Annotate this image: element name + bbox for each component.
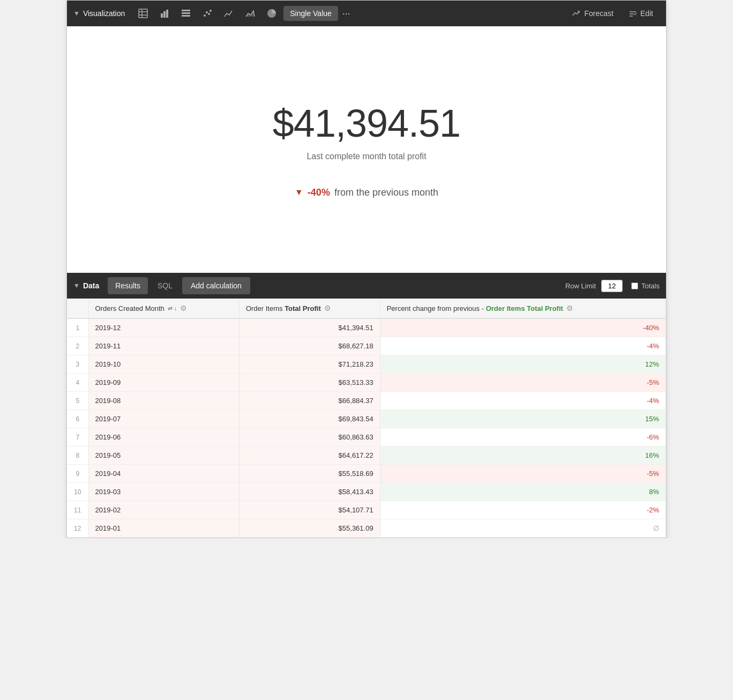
row-number-cell: 3: [67, 355, 88, 374]
area-chart-icon: [245, 8, 256, 19]
pct-cell: -5%: [380, 465, 665, 483]
row-number-cell: 4: [67, 374, 88, 392]
visualization-area: $41,394.51 Last complete month total pro…: [67, 26, 666, 273]
total-profit-header: Order Items Total Profit ⚙: [239, 299, 380, 318]
pie-chart-icon: [266, 8, 277, 19]
line-chart-icon: [223, 8, 234, 19]
sort-filter-icon[interactable]: ⇌ ↓: [168, 305, 177, 312]
chevron-down-icon: ▼: [73, 10, 80, 17]
comparison-percentage: -40%: [308, 187, 330, 198]
pct-cell: ∅: [380, 519, 665, 538]
column-settings-icon-2[interactable]: ⚙: [324, 304, 331, 312]
scatter-button[interactable]: [198, 5, 217, 22]
add-calculation-button[interactable]: Add calculation: [182, 277, 250, 294]
table-row: 102019-03$58,413.438%: [67, 483, 666, 501]
profit-cell: $55,361.09: [239, 519, 380, 538]
table-body: 12019-12$41,394.51-40%22019-11$68,627.18…: [67, 318, 666, 538]
table-view-button[interactable]: [133, 5, 153, 22]
data-table: Orders Created Month ⇌ ↓ ⚙ Order Items T…: [67, 299, 666, 538]
profit-cell: $64,617.22: [239, 446, 380, 465]
svg-point-11: [206, 11, 208, 13]
month-cell: 2019-08: [88, 392, 239, 410]
line-chart-button[interactable]: [219, 5, 238, 22]
row-number-cell: 5: [67, 392, 88, 410]
svg-rect-8: [182, 12, 190, 14]
comparison-row: ▼ -40% from the previous month: [295, 187, 438, 198]
svg-rect-0: [139, 9, 147, 18]
row-number-cell: 6: [67, 410, 88, 428]
month-cell: 2019-02: [88, 501, 239, 519]
table-row: 82019-05$64,617.2216%: [67, 446, 666, 465]
pct-cell: -4%: [380, 392, 665, 410]
sql-tab[interactable]: SQL: [150, 277, 180, 294]
table-icon: [138, 8, 148, 19]
table-row: 42019-09$63,513.33-5%: [67, 374, 666, 392]
row-number-cell: 10: [67, 483, 88, 501]
single-value-label: Single Value: [290, 9, 332, 18]
row-limit-input[interactable]: [601, 280, 623, 292]
profit-cell: $71,218.23: [239, 355, 380, 374]
pct-cell: 8%: [380, 483, 665, 501]
pct-cell: 15%: [380, 410, 665, 428]
totals-checkbox-label[interactable]: Totals: [631, 282, 660, 290]
row-number-cell: 9: [67, 465, 88, 483]
edit-button[interactable]: Edit: [622, 6, 660, 21]
column-settings-icon-3[interactable]: ⚙: [566, 304, 573, 312]
pct-cell: -6%: [380, 428, 665, 446]
visualization-title: ▼ Visualization: [73, 9, 125, 18]
area-chart-button[interactable]: [241, 5, 260, 22]
pie-chart-button[interactable]: [262, 5, 281, 22]
svg-rect-7: [182, 10, 190, 11]
edit-icon: [629, 9, 637, 18]
svg-rect-9: [182, 15, 190, 17]
profit-cell: $55,518.69: [239, 465, 380, 483]
profit-cell: $66,884.37: [239, 392, 380, 410]
data-table-container: Orders Created Month ⇌ ↓ ⚙ Order Items T…: [67, 299, 666, 538]
list-view-button[interactable]: [176, 5, 196, 22]
row-number-cell: 1: [67, 318, 88, 337]
table-row: 32019-10$71,218.2312%: [67, 355, 666, 374]
month-cell: 2019-04: [88, 465, 239, 483]
single-value-display: $41,394.51: [273, 101, 460, 145]
month-cell: 2019-07: [88, 410, 239, 428]
comparison-triangle: ▼: [295, 188, 303, 197]
table-row: 12019-12$41,394.51-40%: [67, 318, 666, 337]
forecast-icon: [572, 9, 581, 18]
pct-cell: -5%: [380, 374, 665, 392]
pct-cell: 12%: [380, 355, 665, 374]
row-limit-label: Row Limit: [565, 282, 596, 290]
orders-created-month-header: Orders Created Month ⇌ ↓ ⚙: [88, 299, 239, 318]
pct-cell: -2%: [380, 501, 665, 519]
profit-cell: $41,394.51: [239, 318, 380, 337]
data-toolbar: ▼ Data Results SQL Add calculation Row L…: [67, 273, 666, 299]
data-section-title: ▼ Data: [73, 281, 99, 290]
table-row: 122019-01$55,361.09∅: [67, 519, 666, 538]
forecast-button[interactable]: Forecast: [566, 6, 619, 21]
bar-chart-icon: [159, 8, 170, 19]
profit-cell: $69,843.54: [239, 410, 380, 428]
more-options-button[interactable]: ···: [340, 8, 353, 19]
svg-point-13: [210, 10, 212, 12]
table-row: 22019-11$68,627.18-4%: [67, 337, 666, 355]
profit-cell: $60,863.63: [239, 428, 380, 446]
svg-rect-4: [161, 13, 163, 18]
profit-cell: $54,107.71: [239, 501, 380, 519]
table-row: 92019-04$55,518.69-5%: [67, 465, 666, 483]
single-value-button[interactable]: Single Value: [283, 6, 338, 21]
viz-toolbar: ▼ Visualization: [67, 1, 666, 26]
app-container: ▼ Visualization: [66, 0, 667, 538]
column-settings-icon-1[interactable]: ⚙: [180, 304, 187, 312]
table-row: 112019-02$54,107.71-2%: [67, 501, 666, 519]
month-cell: 2019-05: [88, 446, 239, 465]
pct-cell: -4%: [380, 337, 665, 355]
results-tab[interactable]: Results: [108, 277, 148, 294]
profit-cell: $68,627.18: [239, 337, 380, 355]
month-cell: 2019-10: [88, 355, 239, 374]
bar-chart-button[interactable]: [155, 5, 174, 22]
row-number-cell: 7: [67, 428, 88, 446]
scatter-icon: [202, 8, 213, 19]
totals-checkbox[interactable]: [631, 282, 638, 289]
svg-rect-5: [163, 11, 166, 18]
month-cell: 2019-06: [88, 428, 239, 446]
row-number-cell: 11: [67, 501, 88, 519]
